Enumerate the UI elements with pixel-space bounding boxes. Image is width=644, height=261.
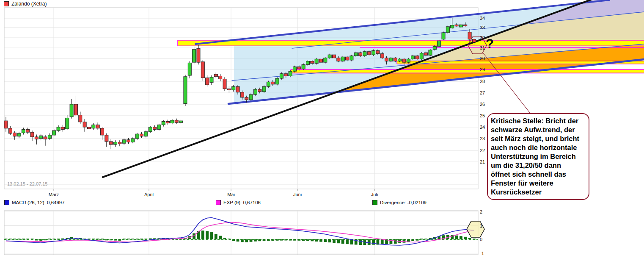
candle-body [315, 59, 318, 63]
candle-body [394, 58, 397, 61]
candle-body [22, 129, 25, 133]
divergence-bar [44, 239, 47, 240]
candle-body [52, 130, 56, 135]
divergence-bar [460, 236, 462, 239]
price-axis-label: 24 [480, 125, 485, 130]
candle-body [144, 132, 148, 136]
candle-body [284, 74, 288, 76]
candle-body [30, 132, 34, 137]
macd-panel-border [4, 211, 478, 255]
candle-body [245, 97, 248, 100]
candle-body [258, 89, 261, 92]
divergence-bar [245, 239, 248, 242]
divergence-bar [333, 239, 336, 243]
divergence-bar [464, 237, 467, 239]
divergence-bar [5, 239, 8, 239]
month-label: Juli [371, 192, 378, 197]
divergence-bar [341, 239, 344, 244]
divergence-bar [136, 239, 139, 239]
candle-body [188, 63, 191, 75]
divergence-bar [455, 236, 458, 239]
candle-body [127, 140, 130, 142]
macd-axis-label: -1 [480, 251, 484, 256]
candle-body [100, 128, 104, 135]
candle-body [210, 77, 213, 83]
price-axis-label: 34 [480, 16, 485, 21]
price-axis-label: 27 [480, 90, 485, 95]
annotation-box[interactable]: Kritische Stelle: Bricht der schwarze Au… [487, 113, 589, 200]
legend-item-macd: MACD (26, 12): 0,64997 [4, 200, 65, 205]
candle-body [197, 48, 200, 62]
instrument-legend: Zalando (Xetra) [4, 1, 47, 7]
divergence-bar [250, 239, 253, 242]
divergence-bar [219, 236, 222, 239]
candle-body [350, 56, 353, 60]
candle-body [363, 52, 366, 56]
divergence-swatch-icon [372, 200, 377, 205]
resistance-zone-31 [178, 40, 644, 46]
month-label: März [49, 192, 59, 197]
candle-body [420, 53, 423, 59]
candle-body [74, 104, 77, 115]
candle-body [346, 57, 349, 60]
candle-body [341, 57, 344, 61]
candle-body [236, 86, 239, 92]
divergence-bar [297, 239, 300, 241]
candle-body [48, 135, 51, 139]
divergence-bar [289, 239, 292, 241]
macd-axis-label: 0 [480, 237, 482, 242]
candle-body [359, 53, 362, 56]
divergence-bar [13, 239, 16, 239]
divergence-bar [306, 239, 309, 241]
candle-body [302, 64, 305, 69]
candle-body [253, 89, 257, 94]
candle-body [275, 78, 279, 84]
candle-body [87, 127, 91, 129]
candle-body [26, 129, 30, 132]
candle-body [446, 27, 449, 33]
instrument-marker-icon [4, 1, 9, 6]
chart-window: 3433323130292827262524232221210-1MärzApr… [0, 0, 644, 261]
divergence-bar [280, 239, 283, 241]
candle-body [380, 54, 384, 58]
macd-legend-label: MACD (26, 12): 0,64997 [12, 200, 65, 205]
candle-body [389, 58, 393, 61]
candle-body [79, 115, 82, 122]
candle-body [411, 56, 415, 59]
divergence-bar [346, 239, 349, 244]
candle-body [157, 125, 161, 130]
price-axis-label: 25 [480, 113, 485, 118]
month-label: April [144, 192, 154, 197]
candle-body [451, 25, 454, 28]
divergence-bar [131, 239, 134, 239]
candle-body [433, 46, 436, 49]
candle-body [455, 25, 458, 26]
divergence-bar [372, 239, 375, 245]
support-zone-29 [291, 69, 644, 73]
divergence-bar [254, 239, 257, 242]
divergence-bar [18, 239, 21, 239]
price-axis-label: 29 [480, 67, 485, 72]
candle-body [468, 32, 471, 39]
question-mark-annotation[interactable]: ? [486, 36, 494, 52]
divergence-bar [31, 239, 34, 239]
candle-body [39, 136, 43, 139]
divergence-bar [276, 239, 279, 241]
divergence-bar [118, 239, 121, 241]
price-axis-label: 23 [480, 136, 485, 141]
exp-legend-label: EXP (9): 0,67106 [223, 200, 261, 205]
divergence-bar [267, 239, 270, 241]
candle-body [153, 127, 157, 129]
candle-body [184, 77, 187, 104]
divergence-bar [237, 239, 239, 242]
divergence-bar [241, 239, 244, 242]
price-axis-label: 33 [480, 25, 485, 30]
divergence-bar [293, 239, 296, 241]
divergence-bar [337, 239, 340, 243]
candle-body [162, 122, 165, 125]
candle-body [206, 78, 209, 85]
candle-body [57, 127, 60, 130]
candle-body [402, 59, 406, 62]
candle-body [4, 121, 8, 128]
divergence-bar [411, 239, 414, 241]
